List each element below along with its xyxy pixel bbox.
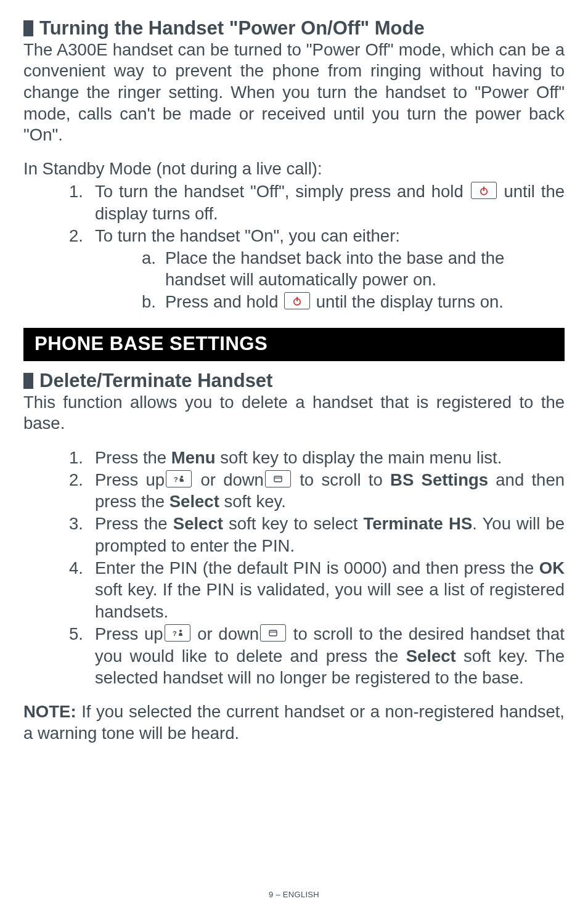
power-sublist-item-b: b. Press and hold until the display turn…: [23, 291, 565, 313]
power-sublist: a. Place the handset back into the base …: [23, 247, 565, 313]
text-fragment: or down: [192, 624, 259, 643]
select-label: Select: [173, 514, 223, 533]
select-label: Select: [406, 646, 456, 666]
list-number: 5.: [69, 623, 83, 645]
text-fragment: to scroll to: [292, 470, 390, 489]
text-fragment: until the display turns on.: [311, 292, 504, 311]
step-1: 1. Press the Menu soft key to display th…: [23, 447, 565, 469]
list-text: Place the handset back into the base and…: [165, 248, 504, 290]
ok-label: OK: [539, 558, 565, 577]
power-icon: [284, 292, 310, 309]
svg-rect-6: [274, 476, 282, 481]
list-letter: a.: [142, 247, 156, 269]
list-text: To turn the handset "On", you can either…: [95, 226, 400, 245]
step-5: 5. Press up? or down to scroll to the de…: [23, 623, 565, 689]
text-fragment: soft key. If the PIN is validated, you w…: [95, 580, 565, 621]
heading-bullet-icon: [23, 373, 33, 389]
power-sublist-item-a: a. Place the handset back into the base …: [23, 247, 565, 291]
bs-settings-label: BS Settings: [390, 470, 488, 489]
power-list-item-2: 2. To turn the handset "On", you can eit…: [23, 225, 565, 247]
heading-text: Turning the Handset "Power On/Off" Mode: [39, 17, 425, 39]
list-text: Press the Menu soft key to display the m…: [95, 448, 502, 467]
svg-text:?: ?: [173, 630, 177, 637]
text-fragment: Press up: [95, 470, 165, 489]
step-4: 4. Enter the PIN (the default PIN is 000…: [23, 557, 565, 623]
heading-text: Delete/Terminate Handset: [39, 370, 272, 392]
power-list: 1. To turn the handset "Off", simply pre…: [23, 181, 565, 247]
svg-point-9: [179, 630, 182, 632]
list-number: 1.: [69, 181, 83, 203]
text-fragment: soft key to select: [223, 514, 364, 533]
list-number: 1.: [69, 447, 83, 469]
list-text: Press up? or down to scroll to BS Settin…: [95, 470, 565, 512]
step-3: 3. Press the Select soft key to select T…: [23, 513, 565, 557]
down-icon: [265, 470, 291, 487]
intro-paragraph: The A300E handset can be turned to "Powe…: [23, 39, 565, 146]
note-paragraph: NOTE: If you selected the current handse…: [23, 701, 565, 744]
power-list-item-1: 1. To turn the handset "Off", simply pre…: [23, 181, 565, 225]
up-icon: ?: [165, 624, 190, 642]
down-icon: [260, 624, 286, 642]
standby-line: In Standby Mode (not during a live call)…: [23, 158, 565, 180]
select-label: Select: [169, 492, 219, 511]
heading-turning-handset: Turning the Handset "Power On/Off" Mode: [23, 17, 565, 39]
menu-label: Menu: [171, 448, 216, 467]
svg-text:?: ?: [174, 475, 178, 483]
text-fragment: To turn the handset "Off", simply press …: [95, 182, 470, 201]
list-letter: b.: [142, 291, 156, 313]
terminate-hs-label: Terminate HS: [363, 514, 472, 533]
list-text: Enter the PIN (the default PIN is 0000) …: [95, 558, 565, 622]
list-text: Press up? or down to scroll to the desir…: [95, 624, 565, 688]
list-number: 4.: [69, 557, 83, 579]
note-label: NOTE:: [23, 702, 76, 721]
text-fragment: soft key.: [219, 492, 286, 511]
text-fragment: Press up: [95, 624, 163, 643]
svg-point-5: [181, 475, 183, 478]
text-fragment: Press and hold: [165, 292, 283, 311]
heading-bullet-icon: [23, 20, 33, 36]
list-number: 2.: [69, 469, 83, 491]
steps-list: 1. Press the Menu soft key to display th…: [23, 447, 565, 689]
list-text: Press and hold until the display turns o…: [165, 292, 504, 311]
text-fragment: Press the: [95, 448, 171, 467]
text-fragment: Press the: [95, 514, 173, 533]
list-number: 2.: [69, 225, 83, 247]
list-number: 3.: [69, 513, 83, 535]
heading-delete-terminate: Delete/Terminate Handset: [23, 370, 565, 392]
list-text: Press the Select soft key to select Term…: [95, 514, 565, 555]
text-fragment: Enter the PIN (the default PIN is 0000) …: [95, 558, 539, 577]
svg-rect-10: [269, 630, 277, 636]
list-text: To turn the handset "Off", simply press …: [95, 182, 565, 223]
page-footer: 9 – ENGLISH: [0, 890, 588, 899]
step-2: 2. Press up? or down to scroll to BS Set…: [23, 469, 565, 513]
up-icon: ?: [166, 470, 192, 487]
delete-intro: This function allows you to delete a han…: [23, 392, 565, 434]
power-icon: [471, 182, 497, 199]
text-fragment: soft key to display the main menu list.: [216, 448, 502, 467]
text-fragment: or down: [193, 470, 264, 489]
note-text: If you selected the current handset or a…: [23, 702, 565, 743]
section-bar-phone-base-settings: PHONE BASE SETTINGS: [23, 328, 565, 361]
